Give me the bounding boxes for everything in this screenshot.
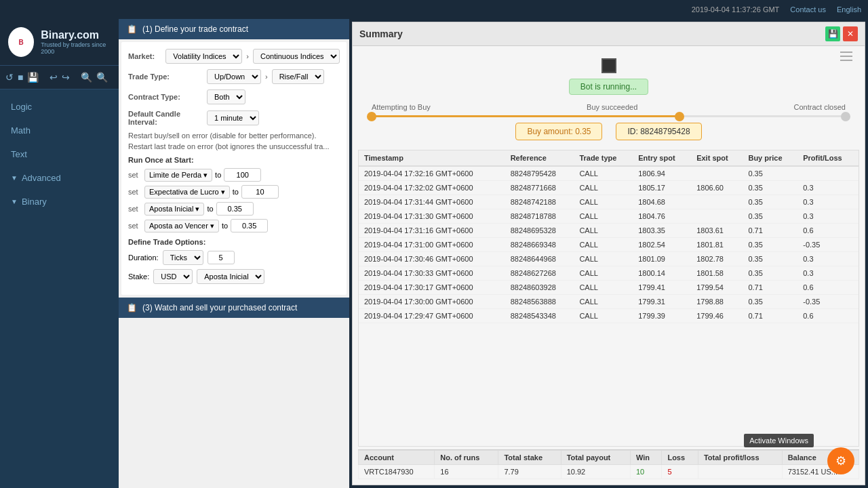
refresh-button[interactable]: ↺ [5,70,14,85]
trade-type-select[interactable]: Up/Down [207,69,261,84]
contract-type-select[interactable]: Both [207,89,245,104]
market-subselect[interactable]: Continuous Indices [253,49,340,64]
cell-trade-type: CALL [574,252,633,266]
cell-exit: 1802.78 [691,252,743,266]
cell-exit: 1801.81 [691,238,743,252]
cell-reference: 88248718788 [505,209,574,224]
stake-row: Stake: USD Aposta Inicial [128,269,340,284]
cell-timestamp: 2019-04-04 17:30:46 GMT+0600 [359,252,505,266]
chevron-right-icon: ▼ [11,198,18,205]
sidebar-item-math[interactable]: Math [0,119,119,142]
cell-profit: 0.6 [797,309,859,323]
cell-trade-type: CALL [574,224,633,238]
col-timestamp: Timestamp [359,150,505,166]
summary-footer: Account No. of runs Total stake Total pa… [358,449,859,479]
col-profit-loss: Profit/Loss [797,150,859,166]
cell-profit: 0.3 [797,181,859,195]
sidebar-item-binary[interactable]: ▼ Binary [0,190,119,214]
cell-entry: 1799.41 [633,281,691,295]
cell-timestamp: 2019-04-04 17:31:44 GMT+0600 [359,195,505,209]
arrow-icon2: › [265,73,268,81]
table-row: 2019-04-04 17:30:00 GMT+0600 88248563888… [359,295,859,309]
cell-entry: 1801.09 [633,252,691,266]
trade-type-subselect[interactable]: Rise/Fall [272,69,324,84]
aposta-inicial-select[interactable]: Aposta Inicial ▾ [144,203,204,216]
expectativa-lucro-input[interactable] [241,185,279,199]
summary-title: Summary [359,28,403,39]
progress-area: Bot is running... Attempting to Buy Buy … [358,52,859,147]
footer-col-win: Win [630,451,661,465]
svg-rect-2 [840,60,852,61]
progress-fill [372,115,679,117]
table-row: 2019-04-04 17:31:16 GMT+0600 88248695328… [359,224,859,238]
limite-perda-select[interactable]: Limite de Perda ▾ [144,169,212,182]
table-row: 2019-04-04 17:31:30 GMT+0600 88248718788… [359,209,859,224]
limite-perda-input[interactable] [224,168,261,182]
footer-win: 10 [630,465,661,479]
cell-entry: 1804.68 [633,195,691,209]
expectativa-lucro-select[interactable]: Expectativa de Lucro ▾ [144,186,230,199]
cell-timestamp: 2019-04-04 17:31:16 GMT+0600 [359,224,505,238]
sidebar-item-text[interactable]: Text [0,142,119,166]
cell-buy-price: 0.71 [743,309,797,323]
sidebar-item-advanced[interactable]: ▼ Advanced [0,166,119,190]
list-icon[interactable] [840,52,852,63]
cell-reference: 88248563888 [505,295,574,309]
table-row: 2019-04-04 17:32:16 GMT+0600 88248795428… [359,166,859,181]
table-row: 2019-04-04 17:30:33 GMT+0600 88248627268… [359,266,859,281]
watch-panel-header: 📋 (3) Watch and sell your purchased cont… [119,298,349,318]
save-button[interactable]: 💾 [825,26,840,41]
col-entry-spot: Entry spot [633,150,691,166]
candle-interval-select[interactable]: 1 minute [207,110,259,125]
footer-payout: 10.92 [561,465,630,479]
cell-exit [691,195,743,209]
cell-entry: 1805.17 [633,181,691,195]
zoom-in-button[interactable]: 🔍 [96,70,108,85]
cell-profit: 0.3 [797,209,859,224]
label-closed: Contract closed [794,103,846,111]
cell-exit [691,209,743,224]
aposta-vencer-input[interactable] [231,219,268,232]
cell-reference: 88248742188 [505,195,574,209]
zoom-out-button[interactable]: 🔍 [81,70,92,85]
cell-trade-type: CALL [574,181,633,195]
info-badges: Buy amount: 0.35 ID: 88248795428 [515,123,701,140]
title-buttons: 💾 ✕ [825,26,858,41]
cell-exit: 1799.46 [691,309,743,323]
footer-stake: 7.79 [498,465,561,479]
stake-type-select[interactable]: Aposta Inicial [197,269,264,284]
cell-profit: 0.3 [797,195,859,209]
sidebar-item-logic[interactable]: Logic [0,95,119,119]
footer-col-profit: Total profit/loss [698,451,782,465]
duration-type-select[interactable]: Ticks [163,250,203,265]
cell-exit: 1803.61 [691,224,743,238]
stop-button[interactable]: ■ [18,70,23,85]
main-layout: B Binary.com Trusted by traders since 20… [0,19,868,488]
table-row: 2019-04-04 17:29:47 GMT+0600 88248543348… [359,309,859,323]
duration-value-input[interactable] [208,251,235,264]
chevron-down-icon: ▼ [11,174,18,182]
language-selector[interactable]: English [837,5,861,14]
activate-button[interactable]: ⚙ [827,447,854,474]
cell-buy-price: 0.35 [743,238,797,252]
footer-col-loss: Loss [662,451,698,465]
brand-tagline: Trusted by traders since 2000 [41,41,111,55]
close-button[interactable]: ✕ [843,26,858,41]
cell-profit: 0.6 [797,224,859,238]
contact-link[interactable]: Contact us [790,5,826,14]
save-toolbar-button[interactable]: 💾 [27,70,39,85]
redo-button[interactable]: ↪ [62,70,70,85]
stake-currency-select[interactable]: USD [153,269,193,284]
market-select[interactable]: Volatility Indices [165,49,242,64]
stop-run-button[interactable] [601,58,616,73]
cell-reference: 88248795428 [505,166,574,181]
dot-end [841,112,850,121]
watch-icon: 📋 [127,303,137,312]
aposta-inicial-input[interactable] [216,202,254,216]
undo-button[interactable]: ↩ [50,70,58,85]
cell-buy-price: 0.35 [743,166,797,181]
cell-timestamp: 2019-04-04 17:29:47 GMT+0600 [359,309,505,323]
aposta-vencer-select[interactable]: Aposta ao Vencer ▾ [144,220,219,232]
col-trade-type: Trade type [574,150,633,166]
footer-header-row: Account No. of runs Total stake Total pa… [359,451,859,465]
